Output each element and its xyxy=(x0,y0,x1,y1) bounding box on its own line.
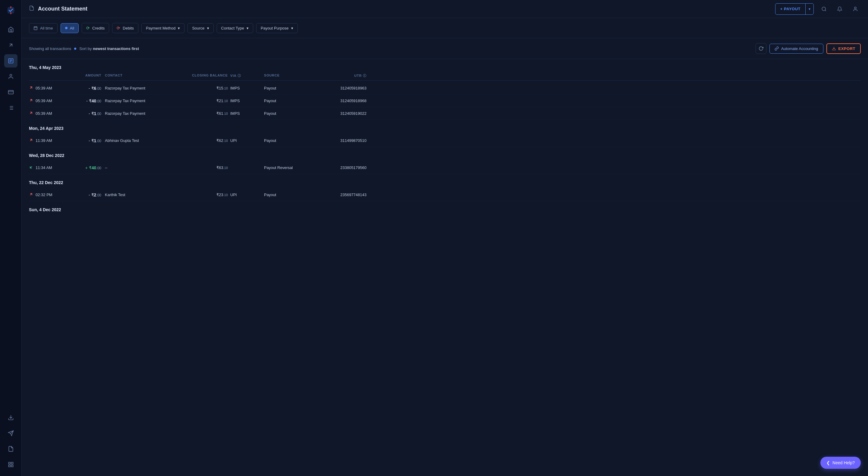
svg-rect-20 xyxy=(11,463,13,464)
table-row[interactable]: 11:39 AM - ₹1.00 Abhinav Gupta Test ₹62.… xyxy=(29,134,861,147)
time-value: 11:39 AM xyxy=(36,138,52,143)
filter-source[interactable]: Source ▾ xyxy=(187,23,213,33)
header-right: + PAYOUT ▾ xyxy=(775,3,861,15)
table-row[interactable]: 05:39 AM - ₹6.00 Razorpay Tax Payment ₹1… xyxy=(29,82,861,95)
sidebar xyxy=(0,0,22,476)
amount-prefix: - ₹ xyxy=(86,98,92,103)
showing-text: Showing all transactions xyxy=(29,46,71,51)
sort-value: newest transactions first xyxy=(93,46,139,51)
filter-debits[interactable]: ⟳ Debits xyxy=(112,23,138,33)
amount-value: 40 xyxy=(92,98,96,103)
contact-cell: Razorpay Tax Payment xyxy=(101,98,167,103)
sidebar-item-statement[interactable] xyxy=(4,54,18,67)
table-row[interactable]: 02:32 PM - ₹2.00 Karthik Test ₹23.10 UPI… xyxy=(29,189,861,201)
logo[interactable] xyxy=(5,5,16,16)
amount-prefix: - ₹ xyxy=(89,111,94,116)
col-contact: CONTACT xyxy=(101,73,167,78)
closing-cell: ₹21.10 xyxy=(167,98,228,103)
payout-main-btn[interactable]: + PAYOUT xyxy=(775,4,805,13)
source-cell: Payout xyxy=(264,86,312,90)
utr-cell: 311499870510 xyxy=(312,138,367,143)
svg-point-25 xyxy=(855,7,856,9)
col-closing: CLOSING BALANCE xyxy=(167,73,228,78)
svg-rect-19 xyxy=(8,463,10,464)
search-btn[interactable] xyxy=(818,4,830,14)
closing-decimal: .10 xyxy=(223,112,228,116)
time-cell: 02:32 PM xyxy=(29,192,71,197)
time-cell: 05:39 AM xyxy=(29,98,71,103)
sidebar-item-home[interactable] xyxy=(4,23,18,36)
sidebar-item-arrow[interactable] xyxy=(4,38,18,52)
amount-cell: - ₹6.00 xyxy=(71,86,101,91)
download-icon xyxy=(832,46,836,51)
closing-decimal: .10 xyxy=(223,139,228,142)
filter-source-label: Source xyxy=(192,26,204,30)
date-header: Thu, 22 Dec 2022 xyxy=(29,174,861,189)
header-left: Account Statement xyxy=(29,5,87,12)
via-cell: IMPS xyxy=(228,98,264,103)
all-dot xyxy=(65,27,67,29)
filter-contact-type[interactable]: Contact Type ▾ xyxy=(217,23,253,33)
sidebar-item-contacts[interactable] xyxy=(4,70,18,83)
notifications-btn[interactable] xyxy=(834,4,845,14)
source-cell: Payout xyxy=(264,192,312,197)
time-value: 05:39 AM xyxy=(36,111,52,116)
amount-decimal: .00 xyxy=(96,99,101,103)
filter-payment-method[interactable]: Payment Method ▾ xyxy=(141,23,184,33)
amount-decimal: .00 xyxy=(96,193,101,197)
refresh-icon xyxy=(758,46,764,51)
source-cell: Payout xyxy=(264,111,312,116)
amount-decimal: .00 xyxy=(96,87,101,91)
table-row[interactable]: 05:39 AM - ₹40.00 Razorpay Tax Payment ₹… xyxy=(29,95,861,107)
sidebar-item-list[interactable] xyxy=(4,101,18,115)
automate-accounting-button[interactable]: Automate Accounting xyxy=(770,44,824,54)
export-button[interactable]: EXPORT xyxy=(827,43,861,54)
sidebar-item-grid[interactable] xyxy=(4,458,18,471)
amount-decimal: .00 xyxy=(96,139,101,143)
filter-payout-purpose-label: Payout Purpose xyxy=(261,26,289,30)
payout-button[interactable]: + PAYOUT ▾ xyxy=(775,3,814,15)
sort-text: Sort by newest transactions first xyxy=(79,46,139,51)
contact-cell: Razorpay Tax Payment xyxy=(101,86,167,90)
sidebar-item-download[interactable] xyxy=(4,411,18,424)
refresh-button[interactable] xyxy=(755,43,767,54)
date-header: Thu, 4 May 2023 xyxy=(29,59,861,73)
svg-point-7 xyxy=(10,74,12,76)
source-cell: Payout Reversal xyxy=(264,165,312,170)
col-utr: UTR ⓘ xyxy=(312,73,367,78)
debits-icon: ⟳ xyxy=(117,26,120,30)
closing-cell: ₹61.10 xyxy=(167,111,228,116)
closing-value: ₹61 xyxy=(216,111,223,116)
filter-time[interactable]: All time xyxy=(29,23,58,33)
page-title: Account Statement xyxy=(38,6,87,12)
filter-payout-purpose[interactable]: Payout Purpose ▾ xyxy=(256,23,298,33)
svg-rect-21 xyxy=(11,465,13,467)
closing-value: ₹63 xyxy=(216,165,223,170)
filter-credits[interactable]: ⟳ Credits xyxy=(82,23,109,33)
payout-dropdown-btn[interactable]: ▾ xyxy=(806,4,813,13)
amount-cell: - ₹2.00 xyxy=(71,192,101,197)
filter-all-label: All xyxy=(70,26,74,30)
info-dot xyxy=(74,47,76,50)
user-btn[interactable] xyxy=(850,4,861,14)
via-cell: IMPS xyxy=(228,111,264,116)
debit-icon xyxy=(29,98,33,103)
time-cell: 05:39 AM xyxy=(29,86,71,91)
filter-all[interactable]: All xyxy=(61,23,79,33)
table-row[interactable]: 11:34 AM + ₹40.00 -- ₹63.10 Payout Rever… xyxy=(29,161,861,174)
table-row[interactable]: 05:39 AM - ₹1.00 Razorpay Tax Payment ₹6… xyxy=(29,107,861,120)
sidebar-item-cards[interactable] xyxy=(4,86,18,99)
closing-decimal: .10 xyxy=(223,166,228,169)
closing-value: ₹21 xyxy=(216,98,223,103)
transactions-info: Showing all transactions Sort by newest … xyxy=(29,46,139,51)
sidebar-item-send[interactable] xyxy=(4,426,18,440)
closing-value: ₹23 xyxy=(216,192,223,197)
debit-icon xyxy=(29,111,33,116)
amount-cell: + ₹40.00 xyxy=(71,165,101,170)
credits-icon: ⟳ xyxy=(86,26,90,30)
sidebar-item-file[interactable] xyxy=(4,442,18,455)
help-button[interactable]: ❮ Need Help? xyxy=(820,457,861,469)
time-cell: 11:34 AM xyxy=(29,165,71,170)
time-value: 05:39 AM xyxy=(36,86,52,90)
time-value: 05:39 AM xyxy=(36,98,52,103)
